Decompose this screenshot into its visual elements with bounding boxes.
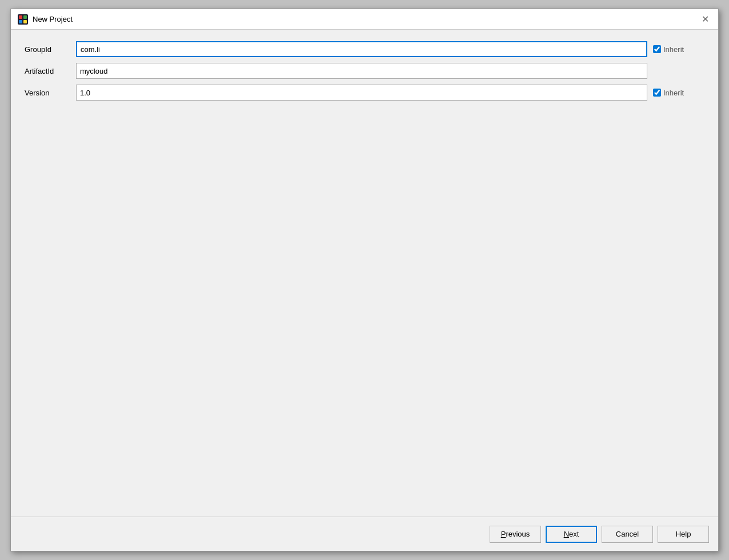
groupid-row: GroupId Inherit: [25, 41, 704, 57]
next-label: Next: [564, 530, 579, 538]
artifactid-label: ArtifactId: [25, 67, 76, 75]
next-button[interactable]: Next: [546, 526, 597, 543]
groupid-label: GroupId: [25, 45, 76, 54]
artifactid-row: ArtifactId: [25, 63, 704, 79]
title-bar-left: New Project: [18, 14, 73, 25]
title-bar: New Project ✕: [11, 9, 718, 30]
cancel-label: Cancel: [616, 530, 639, 538]
help-label: Help: [676, 530, 691, 538]
app-icon: [18, 14, 28, 25]
groupid-inherit-wrapper: Inherit: [653, 45, 704, 54]
version-inherit-label: Inherit: [663, 89, 684, 97]
groupid-inherit-label: Inherit: [663, 45, 684, 54]
artifactid-input[interactable]: [76, 63, 647, 79]
version-input[interactable]: [76, 85, 647, 101]
svg-rect-3: [19, 20, 22, 23]
groupid-inherit-checkbox[interactable]: [653, 45, 661, 53]
previous-button[interactable]: Previous: [490, 526, 541, 543]
dialog-title: New Project: [33, 15, 73, 23]
content-area: GroupId Inherit ArtifactId Version Inher…: [11, 30, 718, 517]
version-inherit-checkbox[interactable]: [653, 89, 661, 97]
svg-rect-2: [23, 15, 27, 19]
svg-rect-4: [23, 20, 27, 23]
previous-label: Previous: [501, 530, 530, 538]
footer: Previous Next Cancel Help: [11, 517, 718, 551]
content-spacer: [25, 106, 704, 505]
version-label: Version: [25, 89, 76, 97]
svg-rect-1: [19, 15, 22, 19]
version-inherit-wrapper: Inherit: [653, 89, 704, 97]
new-project-dialog: New Project ✕ GroupId Inherit ArtifactId…: [10, 9, 719, 551]
help-button[interactable]: Help: [658, 526, 709, 543]
cancel-button[interactable]: Cancel: [602, 526, 653, 543]
groupid-input[interactable]: [76, 41, 647, 57]
close-button[interactable]: ✕: [699, 13, 711, 26]
version-row: Version Inherit: [25, 85, 704, 101]
